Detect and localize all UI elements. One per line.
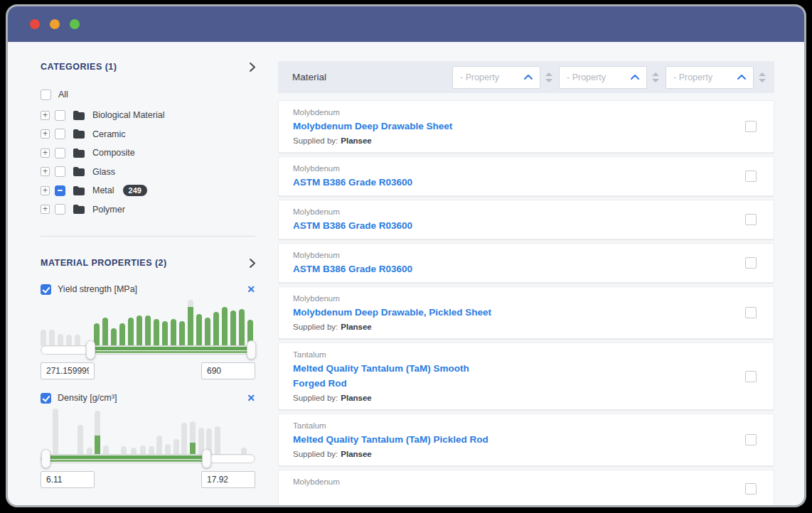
slider-handle-max[interactable] bbox=[247, 340, 256, 360]
folder-icon bbox=[73, 129, 85, 139]
category-item-glass[interactable]: + Glass bbox=[41, 163, 255, 182]
category-checkbox[interactable] bbox=[55, 129, 65, 139]
material-card[interactable]: Molybdenum ASTM B386 Grade R03600 bbox=[278, 243, 774, 283]
range-max-input[interactable] bbox=[201, 471, 255, 488]
category-checkbox[interactable] bbox=[55, 110, 65, 121]
supplier-name: Plansee bbox=[341, 394, 371, 402]
property-column-control-2: - Property bbox=[559, 66, 659, 89]
material-title-link[interactable]: Melted Quality Tantalum (TaM) Smooth For… bbox=[293, 361, 496, 391]
category-label: Polymer bbox=[92, 205, 125, 215]
property-column-control-3: - Property bbox=[666, 66, 766, 89]
remove-filter-icon[interactable]: ✕ bbox=[247, 393, 255, 403]
supplier-name: Plansee bbox=[341, 136, 371, 145]
collapse-properties-icon[interactable] bbox=[250, 259, 255, 268]
property-select-placeholder: - Property bbox=[673, 72, 712, 82]
material-properties-heading: MATERIAL PROPERTIES (2) bbox=[41, 258, 167, 268]
category-checkbox[interactable] bbox=[55, 166, 65, 177]
slider-selected-range bbox=[46, 455, 207, 462]
material-category: Tantalum bbox=[293, 421, 731, 431]
slider-handle-min[interactable] bbox=[86, 340, 95, 360]
category-item-metal[interactable]: + Metal 249 bbox=[41, 181, 255, 200]
histogram-bar bbox=[162, 321, 168, 346]
collapse-categories-icon[interactable] bbox=[250, 63, 255, 72]
window-titlebar bbox=[8, 6, 804, 42]
expand-icon[interactable]: + bbox=[41, 167, 50, 176]
histogram-bar bbox=[222, 307, 228, 346]
range-max-input[interactable] bbox=[201, 362, 255, 379]
material-select-checkbox[interactable] bbox=[745, 307, 757, 318]
expand-icon[interactable]: + bbox=[41, 129, 50, 139]
material-category: Molybdenum bbox=[293, 250, 731, 260]
filter-yield-strength-mpa-: Yield strength [MPa] ✕ bbox=[41, 282, 255, 379]
histogram-bar bbox=[196, 314, 202, 346]
histogram-bar bbox=[49, 330, 55, 346]
material-category: Tantalum bbox=[293, 350, 731, 360]
filter-sidebar: CATEGORIES (1) All + Biological Material… bbox=[41, 42, 255, 505]
range-slider[interactable] bbox=[41, 454, 255, 463]
material-supplier: Supplied by:Plansee bbox=[293, 135, 731, 146]
expand-icon[interactable]: + bbox=[41, 186, 50, 195]
expand-icon[interactable]: + bbox=[41, 148, 50, 158]
expand-icon[interactable]: + bbox=[41, 111, 50, 120]
material-select-checkbox[interactable] bbox=[745, 171, 757, 182]
material-supplier: Supplied by:Plansee bbox=[293, 448, 731, 460]
category-checkbox[interactable] bbox=[55, 148, 65, 158]
histogram-bar bbox=[95, 411, 100, 455]
material-card[interactable]: Tantalum Melted Quality Tantalum (TaM) P… bbox=[278, 414, 774, 466]
property-select[interactable]: - Property bbox=[666, 66, 754, 89]
material-title-link[interactable]: ASTM B386 Grade R03600 bbox=[293, 175, 496, 190]
histogram-bar bbox=[205, 318, 210, 346]
category-item-biological-material[interactable]: + Biological Material bbox=[41, 106, 255, 125]
material-select-checkbox[interactable] bbox=[745, 214, 757, 225]
material-title-link[interactable]: ASTM B386 Grade R03600 bbox=[293, 261, 496, 276]
histogram-bar bbox=[213, 312, 219, 346]
histogram-bar bbox=[190, 421, 196, 455]
material-select-checkbox[interactable] bbox=[745, 483, 757, 495]
supplier-name: Plansee bbox=[341, 323, 371, 331]
material-title-link[interactable]: Molybdenum Deep Drawable Sheet bbox=[293, 119, 496, 134]
slider-handle-min[interactable] bbox=[41, 449, 50, 468]
maximize-button[interactable] bbox=[70, 19, 80, 29]
close-button[interactable] bbox=[30, 19, 40, 29]
expand-icon[interactable]: + bbox=[41, 205, 50, 214]
material-select-checkbox[interactable] bbox=[745, 257, 757, 269]
category-checkbox[interactable] bbox=[55, 204, 65, 215]
material-title-link[interactable]: ASTM B386 Grade R03600 bbox=[293, 218, 496, 233]
material-title-link[interactable]: Melted Quality Tantalum (TaM) Pickled Ro… bbox=[293, 432, 496, 447]
material-select-checkbox[interactable] bbox=[745, 434, 757, 446]
range-min-input[interactable] bbox=[41, 471, 95, 488]
category-label: Composite bbox=[92, 148, 135, 158]
filter-checkbox[interactable] bbox=[41, 284, 51, 295]
category-item-ceramic[interactable]: + Ceramic bbox=[41, 125, 255, 144]
material-card[interactable]: Molybdenum ASTM B386 Grade R03600 bbox=[278, 200, 774, 239]
material-select-checkbox[interactable] bbox=[745, 371, 757, 382]
sort-toggle-icon[interactable] bbox=[545, 72, 552, 82]
material-card[interactable]: Molybdenum Molybdenum Deep Drawable Shee… bbox=[278, 100, 774, 153]
category-label: Glass bbox=[92, 167, 115, 177]
property-select[interactable]: - Property bbox=[452, 66, 540, 89]
material-card[interactable]: Tantalum Melted Quality Tantalum (TaM) S… bbox=[278, 342, 774, 410]
range-slider[interactable] bbox=[41, 345, 255, 355]
property-select[interactable]: - Property bbox=[559, 66, 647, 89]
category-checkbox[interactable] bbox=[55, 185, 65, 196]
category-item-polymer[interactable]: + Polymer bbox=[41, 200, 255, 220]
filter-checkbox[interactable] bbox=[41, 393, 51, 404]
material-title-link[interactable]: Molybdenum Deep Drawable, Pickled Sheet bbox=[293, 305, 496, 320]
category-item-composite[interactable]: + Composite bbox=[41, 144, 255, 163]
remove-filter-icon[interactable]: ✕ bbox=[247, 284, 255, 294]
category-item-all[interactable]: All bbox=[41, 86, 255, 103]
material-card[interactable]: Molybdenum Molybdenum Deep Drawable, Pic… bbox=[278, 286, 774, 339]
filter-label: Density [g/cm³] bbox=[58, 393, 117, 403]
all-checkbox[interactable] bbox=[41, 90, 51, 100]
sort-toggle-icon[interactable] bbox=[759, 72, 766, 82]
material-card[interactable]: Molybdenum bbox=[278, 470, 774, 505]
material-card[interactable]: Molybdenum ASTM B386 Grade R03600 bbox=[278, 156, 774, 196]
material-category: Molybdenum bbox=[293, 107, 731, 117]
category-label: Biological Material bbox=[92, 110, 164, 120]
category-label: Metal bbox=[92, 185, 114, 195]
range-min-input[interactable] bbox=[41, 362, 95, 379]
sort-toggle-icon[interactable] bbox=[652, 72, 659, 82]
minimize-button[interactable] bbox=[50, 19, 60, 29]
material-select-checkbox[interactable] bbox=[745, 121, 757, 132]
slider-handle-max[interactable] bbox=[202, 449, 211, 468]
